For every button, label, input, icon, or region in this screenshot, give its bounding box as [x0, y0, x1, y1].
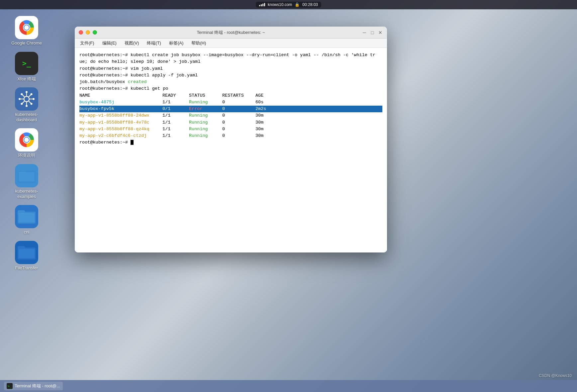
terminal-win-controls: ─ □ ✕ [362, 30, 383, 35]
svg-point-22 [21, 103, 23, 105]
k8s-examples-label: kubernetes-examples [15, 189, 38, 199]
svg-point-18 [33, 98, 35, 100]
terminal-pod-row-3: my-app-v1-8558b8ff88-24dwx1/1Running030m [79, 112, 382, 119]
maximize-button[interactable] [93, 30, 97, 35]
terminal-line-2: root@kubernetes:~# vim job.yaml [79, 65, 382, 72]
svg-rect-38 [19, 249, 35, 258]
dock-item-env[interactable]: 环境说明 [5, 128, 48, 158]
svg-rect-30 [19, 172, 35, 181]
dock-item-filetransfer[interactable]: FileTransfer [5, 241, 48, 271]
win-restore-btn[interactable]: □ [370, 30, 375, 35]
terminal-line-3: root@kubernetes:~# kubectl apply -f job.… [79, 72, 382, 79]
env-chrome-icon [15, 128, 38, 151]
terminal-line-1: root@kubernetes:~# kubectl create job bu… [79, 52, 382, 58]
terminal-app-icon: >_ [15, 52, 38, 75]
svg-point-16 [26, 105, 28, 107]
taskbar-terminal-label: Terminal 终端 - root@... [15, 383, 60, 389]
dock-item-cni[interactable]: cni [5, 205, 48, 235]
terminal-label: Xfce 终端 [17, 76, 36, 82]
terminal-table-header: NAMEREADYSTATUSRESTARTSAGE [79, 92, 382, 99]
dock-item-chrome[interactable]: Google Chrome [5, 16, 48, 46]
terminal-window-title: Terminal 终端 - root@kubernetes: ~ [197, 30, 265, 36]
filetransfer-folder-icon [15, 241, 38, 264]
menu-file[interactable]: 文件(F) [79, 40, 96, 47]
terminal-prompt-final: root@kubernetes:~# [79, 139, 382, 146]
svg-rect-34 [19, 213, 35, 222]
svg-point-19 [21, 93, 23, 95]
lock-icon: 🔒 [295, 2, 300, 7]
cni-folder-icon [15, 205, 38, 228]
menu-help[interactable]: 帮助(H) [190, 40, 207, 47]
close-button[interactable] [79, 30, 83, 35]
watermark: CSDN @Knows10 [539, 373, 572, 378]
time-label: 00:28:03 [302, 2, 318, 7]
menu-view[interactable]: 视图(V) [123, 40, 140, 47]
terminal-titlebar: Terminal 终端 - root@kubernetes: ~ ─ □ ✕ [75, 27, 387, 39]
filetransfer-label: FileTransfer [15, 265, 38, 271]
terminal-pod-row-6: my-app-v2-c6bfdf4c6-ctzdj1/1Running030m [79, 133, 382, 139]
top-bar-center: knows10.com 🔒 00:28:03 [256, 2, 321, 8]
menu-terminal[interactable]: 终端(T) [145, 40, 162, 47]
terminal-menu: 文件(F) 编辑(E) 视图(V) 终端(T) 标签(A) 帮助(H) [75, 39, 387, 48]
watermark-text: CSDN @Knows10 [539, 373, 572, 378]
terminal-pod-row-5: my-app-v1-8558b8ff88-qz4kq1/1Running030m [79, 126, 382, 133]
terminal-window: Terminal 终端 - root@kubernetes: ~ ─ □ ✕ 文… [75, 27, 387, 252]
terminal-pod-row-1: busybox-4875j1/1Running060s [79, 99, 382, 106]
top-bar: knows10.com 🔒 00:28:03 [0, 0, 577, 9]
dock-item-terminal[interactable]: >_ Xfce 终端 [5, 52, 48, 82]
env-label: 环境说明 [18, 153, 35, 158]
minimize-button[interactable] [86, 30, 90, 35]
svg-point-26 [24, 138, 29, 142]
taskbar-terminal-icon: >_ [7, 383, 13, 389]
terminal-line-4: job.batch/busybox created [79, 79, 382, 85]
taskbar: >_ Terminal 终端 - root@... [0, 380, 577, 392]
chrome-label: Google Chrome [11, 41, 42, 46]
terminal-pod-row-4: my-app-v1-8558b8ff88-4v78c1/1Running030m [79, 119, 382, 126]
signal-icon [259, 3, 265, 6]
terminal-line-5: root@kubernetes:~# kubectl get po [79, 85, 382, 92]
svg-point-21 [31, 93, 33, 95]
signal-bar-1 [259, 5, 260, 6]
terminal-line-1b: ue; do echo hello; sleep 10; done' > job… [79, 58, 382, 65]
dock-item-k8s-dashboard[interactable]: kubernetes-dashboard [5, 87, 48, 122]
traffic-lights [79, 30, 97, 35]
menu-tab[interactable]: 标签(A) [168, 40, 185, 47]
dock-item-k8s-examples[interactable]: kubernetes-examples [5, 164, 48, 199]
terminal-content[interactable]: root@kubernetes:~# kubectl create job bu… [75, 48, 387, 252]
k8s-examples-folder-icon [15, 164, 38, 187]
svg-point-17 [19, 98, 21, 100]
menu-edit[interactable]: 编辑(E) [101, 40, 118, 47]
cni-label: cni [24, 230, 30, 235]
signal-bar-3 [262, 4, 263, 6]
desktop: knows10.com 🔒 00:28:03 [0, 0, 577, 392]
svg-point-4 [24, 25, 29, 30]
win-minimize-btn[interactable]: ─ [362, 30, 367, 35]
k8s-dashboard-label: kubernetes-dashboard [15, 112, 38, 122]
domain-label: knows10.com [268, 2, 292, 7]
signal-bar-2 [261, 4, 262, 6]
k8s-icon [15, 87, 38, 111]
win-close-btn[interactable]: ✕ [378, 30, 383, 35]
signal-bar-4 [264, 3, 265, 6]
svg-point-15 [26, 91, 28, 93]
terminal-pod-row-2: busybox-fpv5k0/1Error02m2s [79, 106, 382, 112]
chrome-icon [15, 16, 38, 39]
taskbar-terminal-item[interactable]: >_ Terminal 终端 - root@... [4, 382, 63, 390]
svg-point-20 [31, 103, 33, 105]
sidebar-dock: Google Chrome >_ Xfce 终端 [0, 9, 53, 380]
